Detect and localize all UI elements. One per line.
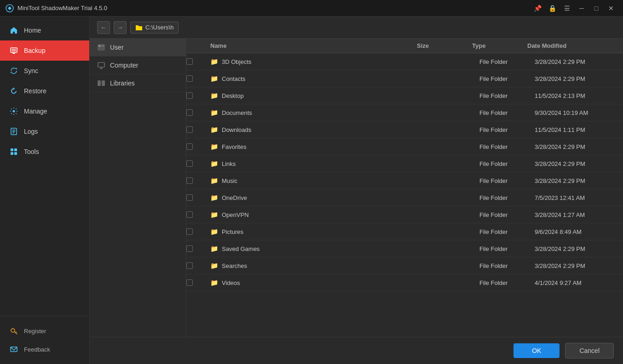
tree-label-user: User: [110, 44, 124, 51]
file-list-body: 📁 3D Objects File Folder 3/28/2024 2:29 …: [186, 53, 623, 337]
sidebar-label-restore: Restore: [24, 87, 46, 95]
header-name: Name: [207, 42, 413, 49]
sidebar-label-register: Register: [24, 328, 46, 335]
row-check-13[interactable]: [186, 275, 207, 290]
checkbox-3[interactable]: [186, 109, 193, 116]
folder-icon-11: 📁: [210, 245, 218, 252]
sidebar-item-sync[interactable]: Sync: [0, 61, 89, 81]
sidebar-item-register[interactable]: Register: [0, 322, 89, 340]
row-check-3[interactable]: [186, 105, 207, 120]
file-row[interactable]: 📁 Favorites File Folder 3/28/2024 2:29 P…: [186, 138, 623, 155]
sidebar-item-restore[interactable]: Restore: [0, 81, 89, 101]
row-name-1: 📁 Contacts: [207, 70, 421, 87]
row-check-8[interactable]: [186, 190, 207, 205]
row-type-6: File Folder: [476, 156, 531, 172]
row-check-2[interactable]: [186, 88, 207, 103]
row-size-10: [421, 227, 476, 236]
checkbox-7[interactable]: [186, 177, 193, 184]
row-check-0[interactable]: [186, 54, 207, 69]
sidebar-nav: Home Backup: [0, 17, 89, 316]
row-type-4: File Folder: [476, 122, 531, 138]
file-row[interactable]: 📁 OpenVPN File Folder 3/28/2024 1:27 AM: [186, 206, 623, 223]
sidebar-item-feedback[interactable]: Feedback: [0, 340, 89, 358]
row-name-3: 📁 Documents: [207, 104, 421, 121]
row-check-5[interactable]: [186, 139, 207, 154]
tree-item-libraries[interactable]: Libraries: [90, 74, 186, 92]
logs-icon: [9, 127, 18, 136]
row-date-6: 3/28/2024 2:29 PM: [531, 156, 623, 172]
file-row[interactable]: 📁 3D Objects File Folder 3/28/2024 2:29 …: [186, 53, 623, 70]
sidebar-item-backup[interactable]: Backup: [0, 40, 89, 61]
row-check-1[interactable]: [186, 71, 207, 86]
checkbox-8[interactable]: [186, 194, 193, 201]
file-row[interactable]: 📁 Videos File Folder 4/1/2024 9:27 AM: [186, 274, 623, 291]
folder-icon-7: 📁: [210, 177, 218, 184]
close-button[interactable]: ✕: [605, 2, 617, 15]
row-check-4[interactable]: [186, 122, 207, 137]
svg-rect-13: [14, 152, 17, 155]
row-type-13: File Folder: [476, 275, 531, 291]
file-row[interactable]: 📁 OneDrive File Folder 7/5/2023 12:41 AM: [186, 189, 623, 206]
checkbox-0[interactable]: [186, 58, 193, 65]
row-check-9[interactable]: [186, 207, 207, 222]
file-row[interactable]: 📁 Documents File Folder 9/30/2024 10:19 …: [186, 104, 623, 121]
row-check-7[interactable]: [186, 173, 207, 188]
maximize-button[interactable]: □: [590, 2, 603, 15]
file-row[interactable]: 📁 Contacts File Folder 3/28/2024 2:29 PM: [186, 70, 623, 87]
checkbox-1[interactable]: [186, 75, 193, 82]
row-date-8: 7/5/2023 12:41 AM: [531, 190, 623, 206]
row-name-8: 📁 OneDrive: [207, 189, 421, 206]
file-row[interactable]: 📁 Downloads File Folder 11/5/2024 1:11 P…: [186, 121, 623, 138]
svg-rect-12: [11, 152, 13, 155]
row-check-6[interactable]: [186, 156, 207, 171]
row-check-11[interactable]: [186, 241, 207, 256]
row-name-2: 📁 Desktop: [207, 87, 421, 104]
file-browser: User Computer Libraries: [90, 39, 623, 337]
sidebar-item-logs[interactable]: Logs: [0, 121, 89, 142]
back-button[interactable]: ←: [97, 21, 110, 34]
sidebar-item-tools[interactable]: Tools: [0, 142, 89, 162]
content-area: ← → C:\Users\h User: [90, 17, 623, 364]
row-check-12[interactable]: [186, 258, 207, 273]
file-row[interactable]: 📁 Music File Folder 3/28/2024 2:29 PM: [186, 172, 623, 189]
forward-button[interactable]: →: [114, 21, 127, 34]
checkbox-4[interactable]: [186, 126, 193, 133]
file-row[interactable]: 📁 Searches File Folder 3/28/2024 2:29 PM: [186, 257, 623, 274]
ok-button[interactable]: OK: [513, 343, 560, 358]
tree-item-computer[interactable]: Computer: [90, 57, 186, 74]
svg-rect-26: [102, 80, 105, 86]
row-check-10[interactable]: [186, 224, 207, 239]
checkbox-5[interactable]: [186, 143, 193, 150]
tree-item-user[interactable]: User: [90, 39, 186, 57]
checkbox-11[interactable]: [186, 245, 193, 252]
row-date-9: 3/28/2024 1:27 AM: [531, 207, 623, 223]
file-row[interactable]: 📁 Saved Games File Folder 3/28/2024 2:29…: [186, 240, 623, 257]
minimize-button[interactable]: ─: [575, 2, 588, 15]
checkbox-2[interactable]: [186, 92, 193, 99]
file-row[interactable]: 📁 Desktop File Folder 11/5/2024 2:13 PM: [186, 87, 623, 104]
toolbar: ← → C:\Users\h: [90, 17, 623, 39]
sidebar-item-home[interactable]: Home: [0, 20, 89, 40]
row-date-1: 3/28/2024 2:29 PM: [531, 71, 623, 87]
sidebar-item-manage[interactable]: Manage: [0, 101, 89, 121]
svg-rect-2: [12, 49, 16, 51]
row-name-6: 📁 Links: [207, 155, 421, 172]
menu-button[interactable]: ☰: [560, 2, 573, 15]
row-name-5: 📁 Favorites: [207, 138, 421, 155]
lock-button[interactable]: 🔒: [546, 2, 559, 15]
cancel-button[interactable]: Cancel: [565, 343, 614, 358]
checkbox-6[interactable]: [186, 160, 193, 167]
row-name-12: 📁 Searches: [207, 257, 421, 274]
pin-button[interactable]: 📌: [531, 2, 544, 15]
checkbox-13[interactable]: [186, 279, 193, 286]
row-size-7: [421, 176, 476, 185]
file-row[interactable]: 📁 Pictures File Folder 9/6/2024 8:49 AM: [186, 223, 623, 240]
file-row[interactable]: 📁 Links File Folder 3/28/2024 2:29 PM: [186, 155, 623, 172]
checkbox-9[interactable]: [186, 211, 193, 218]
path-bar[interactable]: C:\Users\h: [130, 22, 179, 34]
sidebar-label-backup: Backup: [24, 47, 46, 54]
folder-path-icon: [135, 24, 143, 31]
checkbox-12[interactable]: [186, 262, 193, 269]
checkbox-10[interactable]: [186, 228, 193, 235]
file-list-header: Name Size Type Date Modified: [186, 39, 623, 53]
